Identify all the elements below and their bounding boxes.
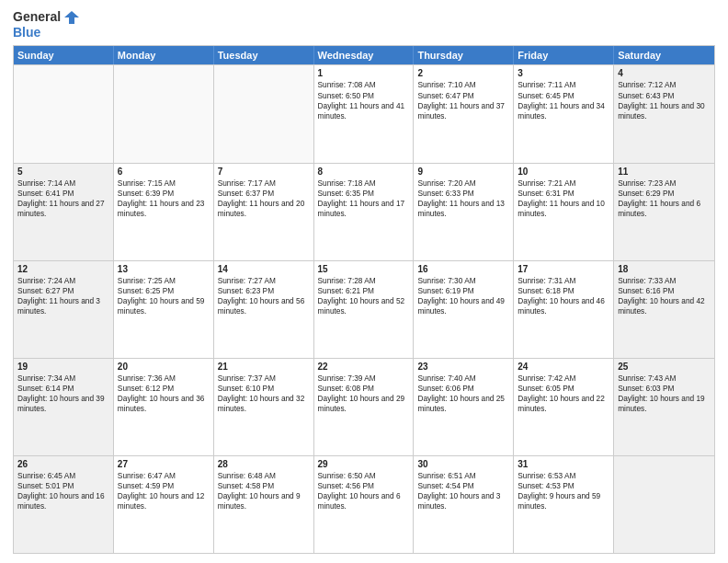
sunset-text: Sunset: 4:58 PM xyxy=(218,481,310,491)
sunset-text: Sunset: 4:59 PM xyxy=(118,481,210,491)
sunrise-text: Sunrise: 7:08 AM xyxy=(318,80,410,90)
cal-cell-3-4: 23 Sunrise: 7:40 AM Sunset: 6:06 PM Dayl… xyxy=(414,359,514,455)
daylight-text: Daylight: 10 hours and 49 minutes. xyxy=(417,296,509,316)
sunset-text: Sunset: 6:25 PM xyxy=(118,286,210,296)
sunrise-text: Sunrise: 7:18 AM xyxy=(318,178,410,189)
cal-cell-0-3: 1 Sunrise: 7:08 AM Sunset: 6:50 PM Dayli… xyxy=(314,65,415,162)
daylight-text: Daylight: 10 hours and 59 minutes. xyxy=(118,296,210,316)
sunrise-text: Sunrise: 7:11 AM xyxy=(518,80,609,90)
logo-general: General xyxy=(13,10,61,24)
sunset-text: Sunset: 5:01 PM xyxy=(17,481,109,491)
cal-cell-2-3: 15 Sunrise: 7:28 AM Sunset: 6:21 PM Dayl… xyxy=(314,261,415,358)
sunrise-text: Sunrise: 7:36 AM xyxy=(118,373,210,384)
sunset-text: Sunset: 4:53 PM xyxy=(518,481,609,491)
sunrise-text: Sunrise: 7:28 AM xyxy=(318,276,410,286)
cal-cell-3-1: 20 Sunrise: 7:36 AM Sunset: 6:12 PM Dayl… xyxy=(114,359,214,455)
sunset-text: Sunset: 6:50 PM xyxy=(318,91,410,101)
cal-cell-1-3: 8 Sunrise: 7:18 AM Sunset: 6:35 PM Dayli… xyxy=(314,164,415,260)
day-number: 3 xyxy=(518,68,609,78)
cal-row-3: 19 Sunrise: 7:34 AM Sunset: 6:14 PM Dayl… xyxy=(14,358,714,455)
logo-bird-icon xyxy=(63,9,79,26)
sunset-text: Sunset: 6:08 PM xyxy=(318,384,410,394)
day-number: 17 xyxy=(518,264,609,274)
cal-cell-3-0: 19 Sunrise: 7:34 AM Sunset: 6:14 PM Dayl… xyxy=(14,359,114,455)
sunset-text: Sunset: 6:31 PM xyxy=(518,189,609,199)
day-number: 20 xyxy=(118,362,210,372)
daylight-text: Daylight: 11 hours and 41 minutes. xyxy=(318,101,410,121)
cal-cell-1-6: 11 Sunrise: 7:23 AM Sunset: 6:29 PM Dayl… xyxy=(614,164,714,260)
daylight-text: Daylight: 11 hours and 17 minutes. xyxy=(318,199,410,219)
daylight-text: Daylight: 10 hours and 9 minutes. xyxy=(218,491,310,511)
cal-cell-1-4: 9 Sunrise: 7:20 AM Sunset: 6:33 PM Dayli… xyxy=(414,164,514,260)
cal-cell-2-6: 18 Sunrise: 7:33 AM Sunset: 6:16 PM Dayl… xyxy=(614,261,714,358)
header: General Blue xyxy=(13,9,715,40)
daylight-text: Daylight: 11 hours and 34 minutes. xyxy=(518,101,609,121)
cal-row-2: 12 Sunrise: 7:24 AM Sunset: 6:27 PM Dayl… xyxy=(14,260,714,358)
sunset-text: Sunset: 6:05 PM xyxy=(518,384,609,394)
daylight-text: Daylight: 10 hours and 39 minutes. xyxy=(17,394,109,414)
day-number: 10 xyxy=(518,167,609,177)
day-number: 27 xyxy=(118,459,210,469)
sunrise-text: Sunrise: 7:42 AM xyxy=(518,373,609,384)
sunrise-text: Sunrise: 6:47 AM xyxy=(118,471,210,481)
sunrise-text: Sunrise: 7:31 AM xyxy=(518,276,609,286)
sunrise-text: Sunrise: 6:45 AM xyxy=(17,471,109,481)
cal-cell-0-5: 3 Sunrise: 7:11 AM Sunset: 6:45 PM Dayli… xyxy=(514,65,614,162)
daylight-text: Daylight: 10 hours and 32 minutes. xyxy=(218,394,310,414)
sunrise-text: Sunrise: 7:37 AM xyxy=(218,373,310,384)
sunrise-text: Sunrise: 7:30 AM xyxy=(417,276,509,286)
calendar-header: SundayMondayTuesdayWednesdayThursdayFrid… xyxy=(14,46,714,64)
sunrise-text: Sunrise: 7:20 AM xyxy=(417,178,509,189)
header-cell-sunday: Sunday xyxy=(14,46,114,64)
daylight-text: Daylight: 11 hours and 20 minutes. xyxy=(218,199,310,219)
header-cell-friday: Friday xyxy=(514,46,614,64)
sunrise-text: Sunrise: 7:39 AM xyxy=(318,373,410,384)
sunrise-text: Sunrise: 7:43 AM xyxy=(618,373,711,384)
day-number: 8 xyxy=(318,167,410,177)
cal-cell-0-6: 4 Sunrise: 7:12 AM Sunset: 6:43 PM Dayli… xyxy=(614,65,714,162)
cal-cell-3-5: 24 Sunrise: 7:42 AM Sunset: 6:05 PM Dayl… xyxy=(514,359,614,455)
calendar: SundayMondayTuesdayWednesdayThursdayFrid… xyxy=(13,45,715,554)
sunrise-text: Sunrise: 7:21 AM xyxy=(518,178,609,189)
cal-cell-2-2: 14 Sunrise: 7:27 AM Sunset: 6:23 PM Dayl… xyxy=(214,261,314,358)
cal-cell-0-2 xyxy=(214,65,314,162)
day-number: 23 xyxy=(417,362,509,372)
sunrise-text: Sunrise: 7:15 AM xyxy=(118,178,210,189)
day-number: 28 xyxy=(218,459,310,469)
day-number: 14 xyxy=(218,264,310,274)
sunrise-text: Sunrise: 6:51 AM xyxy=(417,471,509,481)
cal-cell-2-5: 17 Sunrise: 7:31 AM Sunset: 6:18 PM Dayl… xyxy=(514,261,614,358)
day-number: 11 xyxy=(618,167,711,177)
cal-cell-4-0: 26 Sunrise: 6:45 AM Sunset: 5:01 PM Dayl… xyxy=(14,456,114,553)
sunset-text: Sunset: 6:23 PM xyxy=(218,286,310,296)
sunset-text: Sunset: 6:37 PM xyxy=(218,189,310,199)
daylight-text: Daylight: 10 hours and 3 minutes. xyxy=(417,491,509,511)
cal-cell-3-2: 21 Sunrise: 7:37 AM Sunset: 6:10 PM Dayl… xyxy=(214,359,314,455)
day-number: 25 xyxy=(618,362,711,372)
page: General Blue SundayMondayTuesdayWednesda… xyxy=(0,0,728,563)
calendar-body: 1 Sunrise: 7:08 AM Sunset: 6:50 PM Dayli… xyxy=(14,64,714,553)
daylight-text: Daylight: 11 hours and 13 minutes. xyxy=(417,199,509,219)
sunset-text: Sunset: 6:39 PM xyxy=(118,189,210,199)
cal-row-1: 5 Sunrise: 7:14 AM Sunset: 6:41 PM Dayli… xyxy=(14,163,714,260)
daylight-text: Daylight: 10 hours and 42 minutes. xyxy=(618,296,711,316)
sunrise-text: Sunrise: 7:40 AM xyxy=(417,373,509,384)
daylight-text: Daylight: 11 hours and 27 minutes. xyxy=(17,199,109,219)
day-number: 7 xyxy=(218,167,310,177)
cal-cell-3-6: 25 Sunrise: 7:43 AM Sunset: 6:03 PM Dayl… xyxy=(614,359,714,455)
day-number: 12 xyxy=(17,264,109,274)
sunset-text: Sunset: 6:33 PM xyxy=(417,189,509,199)
header-cell-thursday: Thursday xyxy=(414,46,514,64)
sunrise-text: Sunrise: 7:14 AM xyxy=(17,178,109,189)
daylight-text: Daylight: 10 hours and 22 minutes. xyxy=(518,394,609,414)
daylight-text: Daylight: 9 hours and 59 minutes. xyxy=(518,491,609,511)
sunrise-text: Sunrise: 7:23 AM xyxy=(618,178,711,189)
cal-cell-2-4: 16 Sunrise: 7:30 AM Sunset: 6:19 PM Dayl… xyxy=(414,261,514,358)
daylight-text: Daylight: 10 hours and 52 minutes. xyxy=(318,296,410,316)
cal-cell-1-1: 6 Sunrise: 7:15 AM Sunset: 6:39 PM Dayli… xyxy=(114,164,214,260)
sunrise-text: Sunrise: 7:33 AM xyxy=(618,276,711,286)
cal-cell-4-1: 27 Sunrise: 6:47 AM Sunset: 4:59 PM Dayl… xyxy=(114,456,214,553)
sunset-text: Sunset: 4:54 PM xyxy=(417,481,509,491)
day-number: 2 xyxy=(417,68,509,78)
day-number: 21 xyxy=(218,362,310,372)
